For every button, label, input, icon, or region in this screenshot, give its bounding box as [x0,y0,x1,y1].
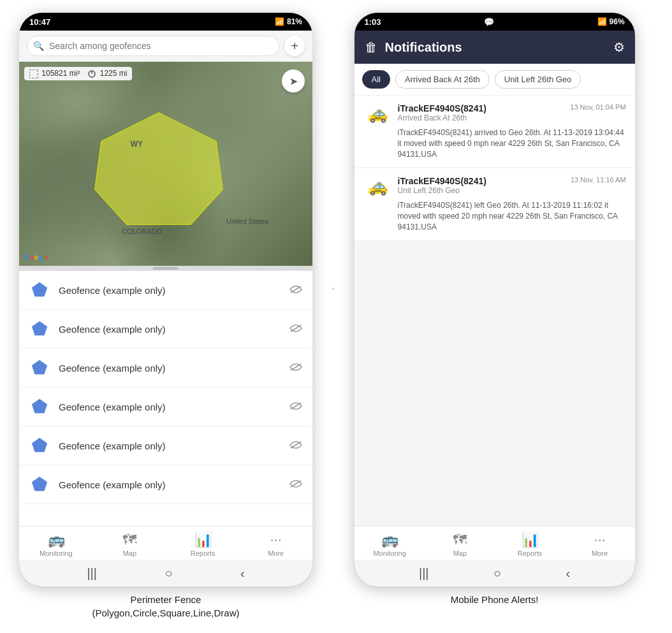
right-chat-icon: 💬 [484,17,494,27]
geofence-item-name: Geofence (example only) [59,285,281,296]
visibility-icon[interactable] [289,400,302,414]
left-screen: 10:47 📶 81% 🔍 + [19,13,312,586]
notification-item[interactable]: 🚕 iTrackEF4940S(8241) Arrived Back At 26… [354,96,635,167]
svg-marker-11 [32,438,47,452]
recent-apps-button[interactable]: ||| [87,566,97,581]
nav-reports[interactable]: 📊 Reports [187,532,219,557]
visibility-icon[interactable] [289,439,302,453]
add-geofence-button[interactable]: + [284,36,305,56]
filter-left[interactable]: Unit Left 26th Geo [495,70,581,89]
geofence-shape-icon [29,397,50,417]
visibility-icon[interactable] [289,361,302,375]
left-wifi-icon: 📶 [275,17,284,26]
geofence-item-name: Geofence (example only) [59,479,281,490]
left-phone-frame: 10:47 📶 81% 🔍 + [19,13,312,586]
scroll-pill [153,267,179,270]
geofence-item[interactable]: Geofence (example only) [19,426,312,465]
right-nav-map[interactable]: 🗺 Map [444,532,476,557]
nav-monitoring[interactable]: 🚌 Monitoring [40,532,72,557]
right-back-button[interactable]: ‹ [566,566,570,581]
more-icon: ··· [270,532,281,548]
geofence-item[interactable]: Geofence (example only) [19,465,312,504]
visibility-icon[interactable] [289,478,302,491]
car-thumbnail: 🚕 [363,176,391,196]
geofence-item[interactable]: Geofence (example only) [19,388,312,426]
scroll-indicator [19,266,312,271]
reports-icon: 📊 [194,532,212,548]
geofence-item-name: Geofence (example only) [59,324,281,335]
geofence-shape-icon [29,280,50,300]
map-area[interactable]: 105821 mi² 1225 mi [19,62,312,266]
map-stats: 105821 mi² 1225 mi [24,67,132,80]
car-thumbnail: 🚕 [363,103,391,124]
monitoring-label: Monitoring [40,549,72,557]
right-bottom-nav: 🚌 Monitoring 🗺 Map 📊 Reports ··· More [354,526,635,560]
svg-marker-9 [32,399,47,413]
right-time: 1:03 [365,17,381,27]
separator: · [332,13,335,627]
right-home-button[interactable]: ○ [493,566,501,581]
right-recent-button[interactable]: ||| [419,566,429,581]
right-nav-more[interactable]: ··· More [584,532,616,557]
distance-label: 1225 mi [87,69,127,78]
home-button[interactable]: ○ [164,566,172,581]
more-label: More [268,549,284,557]
right-more-label: More [592,549,608,557]
map-icon: 🗺 [122,532,136,548]
right-monitoring-icon: 🚌 [381,532,398,548]
visibility-icon[interactable] [289,284,302,297]
map-label-us: United States [226,217,268,225]
notification-item[interactable]: 🚕 iTrackEF4940S(8241) Unit Left 26th Geo… [354,168,635,240]
geofence-item[interactable]: Geofence (example only) [19,349,312,388]
left-bottom-nav: 🚌 Monitoring 🗺 Map 📊 Reports ··· More [19,526,312,560]
geofence-item[interactable]: Geofence (example only) [19,310,312,349]
notif-body: iTrackEF4940S(8241) left Geo 26th. At 11… [398,200,626,232]
right-battery: 96% [610,17,625,26]
google-logo: Google [24,253,48,261]
left-caption: Perimeter Fence(Polygon,Circle,Square,Li… [92,593,240,620]
compass-icon: ➤ [289,75,298,87]
settings-icon[interactable]: ⚙ [613,40,625,55]
nav-map[interactable]: 🗺 Map [113,532,145,557]
svg-marker-2 [95,113,223,224]
geofence-item-name: Geofence (example only) [59,440,281,451]
notif-meta: iTrackEF4940S(8241) Arrived Back At 26th [398,103,564,122]
notif-time: 13 Nov, 01:04 PM [570,103,625,111]
geofence-shape-icon [29,319,50,339]
left-status-bar: 10:47 📶 81% [19,13,312,31]
geofence-polygon [89,106,229,234]
right-nav-reports[interactable]: 📊 Reports [514,532,546,557]
notif-event: Arrived Back At 26th [398,113,564,122]
notifications-title: Notifications [385,40,606,55]
filter-arrived[interactable]: Arrived Back At 26th [395,70,490,89]
notif-body: iTrackEF4940S(8241) arrived to Geo 26th.… [398,127,626,159]
compass-button[interactable]: ➤ [282,69,305,92]
map-label-co: COLORADO [122,228,162,235]
svg-marker-7 [32,360,47,374]
map-label: Map [123,549,136,557]
notif-time: 13 Nov, 11:16 AM [571,176,626,184]
back-button[interactable]: ‹ [240,566,245,581]
notification-list: 🚕 iTrackEF4940S(8241) Arrived Back At 26… [354,96,635,526]
right-map-icon: 🗺 [453,532,467,548]
left-android-nav: ||| ○ ‹ [19,560,312,586]
right-map-label: Map [453,549,467,557]
right-nav-monitoring[interactable]: 🚌 Monitoring [373,532,405,557]
nav-more[interactable]: ··· More [260,532,292,557]
notifications-header: 🗑 Notifications ⚙ [354,31,635,64]
geofence-item[interactable]: Geofence (example only) [19,271,312,310]
delete-icon[interactable]: 🗑 [365,40,377,55]
notif-device-name: iTrackEF4940S(8241) [398,103,564,113]
visibility-icon[interactable] [289,323,302,336]
search-input[interactable] [27,36,279,56]
right-screen: 1:03 💬 📶 96% 🗑 Notifications ⚙ All [354,13,635,586]
notif-event: Unit Left 26th Geo [398,186,564,195]
search-wrapper: 🔍 [27,36,279,56]
filter-all[interactable]: All [362,70,390,89]
geofence-item-name: Geofence (example only) [59,363,281,374]
search-icon: 🔍 [33,41,44,51]
geofence-shape-icon [29,435,50,456]
left-phone: 10:47 📶 81% 🔍 + [19,13,312,627]
filter-tabs: All Arrived Back At 26th Unit Left 26th … [354,64,635,96]
right-phone-frame: 1:03 💬 📶 96% 🗑 Notifications ⚙ All [354,13,635,586]
